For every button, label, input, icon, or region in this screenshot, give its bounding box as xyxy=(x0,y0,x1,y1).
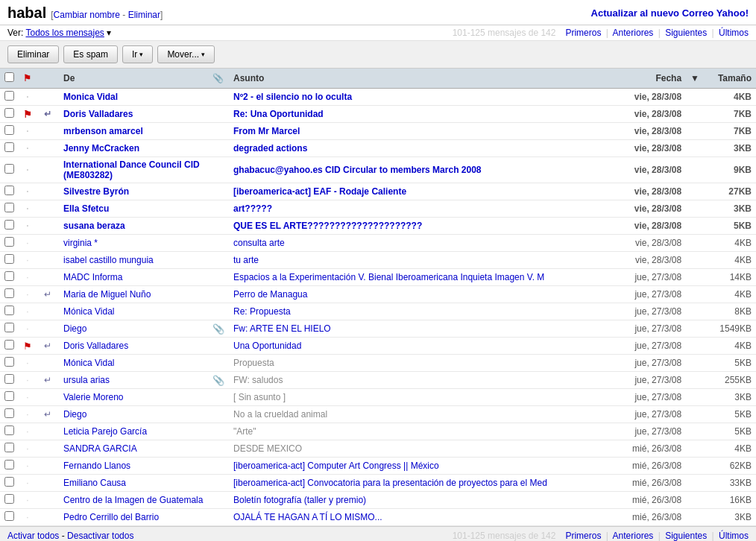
subject-link[interactable]: Fw: ARTE EN EL HIELO xyxy=(233,323,331,334)
row-checkbox[interactable] xyxy=(4,203,14,212)
subject-link[interactable]: Perro de Managua xyxy=(233,289,307,300)
subject-link[interactable]: From Mr Marcel xyxy=(233,126,300,136)
from-link[interactable]: mrbenson amarcel xyxy=(63,126,143,136)
siguientes-link[interactable]: Siguientes xyxy=(665,28,707,38)
from-link[interactable]: SANDRA GARCIA xyxy=(63,443,137,454)
from-link[interactable]: isabel castillo munguia xyxy=(63,255,154,265)
flag-icon[interactable]: ⚑ xyxy=(23,341,32,352)
eliminar-button[interactable]: Eliminar xyxy=(7,45,59,63)
from-link[interactable]: International Dance Council CID (ME80328… xyxy=(63,159,200,180)
from-link[interactable]: virginia * xyxy=(63,238,98,248)
row-checkbox[interactable] xyxy=(4,511,14,521)
from-link[interactable]: Ella Sfetcu xyxy=(63,203,109,214)
row-checkbox[interactable] xyxy=(4,357,14,367)
row-checkbox[interactable] xyxy=(4,254,14,264)
from-link[interactable]: Valerie Moreno xyxy=(63,392,123,402)
subject-link[interactable]: [ Sin asunto ] xyxy=(233,392,286,402)
activar-link[interactable]: Activar todos xyxy=(7,531,59,541)
subject-link[interactable]: consulta arte xyxy=(233,238,285,248)
from-link[interactable]: Diego xyxy=(63,409,86,420)
subject-link[interactable]: Re: Una Oportunidad xyxy=(233,109,324,119)
flag-icon[interactable]: ⚑ xyxy=(23,109,32,120)
row-checkbox[interactable] xyxy=(4,108,14,118)
from-link[interactable]: Doris Valladares xyxy=(63,109,133,119)
row-checkbox[interactable] xyxy=(4,288,14,298)
subject-link[interactable]: [iberoamerica-act] Convocatoria para la … xyxy=(233,478,547,488)
row-checkbox[interactable] xyxy=(4,391,14,401)
row-checkbox[interactable] xyxy=(4,220,14,230)
col-header-date[interactable]: Fecha xyxy=(619,69,686,89)
subject-link[interactable]: "Arte" xyxy=(233,426,256,437)
anteriores-link[interactable]: Anteriores xyxy=(613,28,654,38)
row-checkbox[interactable] xyxy=(4,237,14,247)
row-checkbox[interactable] xyxy=(4,125,14,135)
primeros-link[interactable]: Primeros xyxy=(565,28,601,38)
row-checkbox[interactable] xyxy=(4,374,14,384)
subject-link[interactable]: ghabacuc@yahoo.es CID Circular to member… xyxy=(233,165,481,175)
upgrade-link[interactable]: Actualizar al nuevo Correo Yahoo! xyxy=(591,7,749,19)
ir-button[interactable]: Ir ▾ xyxy=(122,45,153,63)
row-checkbox[interactable] xyxy=(4,477,14,487)
todos-link[interactable]: Todos los mensajes xyxy=(25,28,104,38)
dropdown-arrow-icon[interactable]: ▾ xyxy=(107,28,111,38)
col-header-subject[interactable]: Asunto xyxy=(229,69,619,89)
subject-link[interactable]: Una Oportunidad xyxy=(233,341,301,351)
subject-link[interactable]: [iberoamerica-act] EAF - Rodaje Caliente xyxy=(233,186,406,197)
subject-link[interactable]: OJALÁ TE HAGAN A TÍ LO MISMO... xyxy=(233,512,382,522)
row-checkbox[interactable] xyxy=(4,91,14,101)
subject-link[interactable]: Nº2 - el silencio no lo oculta xyxy=(233,92,352,102)
mover-button[interactable]: Mover... ▾ xyxy=(157,45,215,63)
row-checkbox[interactable] xyxy=(4,460,14,469)
from-link[interactable]: Doris Valladares xyxy=(63,341,128,351)
from-link[interactable]: ursula arias xyxy=(63,375,110,385)
subject-link[interactable]: Re: Propuesta xyxy=(233,306,291,317)
subject-link[interactable]: degraded actions xyxy=(233,143,307,154)
subject-link[interactable]: FW: saludos xyxy=(233,375,283,385)
subject-link[interactable]: tu arte xyxy=(233,255,259,265)
from-link[interactable]: Diego xyxy=(63,323,86,334)
row-checkbox[interactable] xyxy=(4,186,14,195)
row-checkbox[interactable] xyxy=(4,323,14,332)
from-link[interactable]: Mónica Vidal xyxy=(63,306,114,317)
row-checkbox[interactable] xyxy=(4,494,14,504)
row-checkbox[interactable] xyxy=(4,443,14,452)
col-header-size[interactable]: Tamaño xyxy=(704,69,756,89)
delete-link[interactable]: Eliminar xyxy=(128,10,160,20)
from-link[interactable]: Mónica Vidal xyxy=(63,358,114,368)
footer-anteriores-link[interactable]: Anteriores xyxy=(613,531,654,541)
from-link[interactable]: Emiliano Causa xyxy=(63,478,126,488)
from-link[interactable]: Maria de Miguel Nuño xyxy=(63,289,151,300)
subject-link[interactable]: Espacios a la Experimentación V. Bienal … xyxy=(233,272,544,282)
es-spam-button[interactable]: Es spam xyxy=(63,45,118,63)
ultimos-link[interactable]: Últimos xyxy=(719,28,749,38)
from-link[interactable]: Pedro Cerrillo del Barrio xyxy=(63,512,159,522)
row-checkbox[interactable] xyxy=(4,164,14,174)
from-link[interactable]: susana beraza xyxy=(63,221,125,231)
col-header-from[interactable]: De xyxy=(59,69,208,89)
from-link[interactable]: Leticia Parejo García xyxy=(63,426,147,437)
row-checkbox[interactable] xyxy=(4,306,14,315)
from-link[interactable]: MADC Informa xyxy=(63,272,122,282)
subject-link[interactable]: art????? xyxy=(233,203,272,214)
subject-link[interactable]: Boletín fotografía (taller y premio) xyxy=(233,495,366,505)
subject-link[interactable]: QUE ES EL ARTE????????????????????? xyxy=(233,221,422,231)
row-checkbox[interactable] xyxy=(4,142,14,152)
from-link[interactable]: Centro de la Imagen de Guatemala xyxy=(63,495,203,505)
subject-link[interactable]: [iberoamerica-act] Computer Art Congress… xyxy=(233,461,439,471)
subject-link[interactable]: Propuesta xyxy=(233,358,274,368)
row-checkbox[interactable] xyxy=(4,425,14,435)
subject-link[interactable]: DESDE MEXICO xyxy=(233,443,302,454)
from-link[interactable]: Monica Vidal xyxy=(63,92,118,102)
from-link[interactable]: Fernando Llanos xyxy=(63,461,130,471)
rename-link[interactable]: Cambiar nombre xyxy=(54,10,120,20)
row-checkbox[interactable] xyxy=(4,271,14,281)
footer-primeros-link[interactable]: Primeros xyxy=(565,531,601,541)
row-checkbox[interactable] xyxy=(4,340,14,349)
footer-siguientes-link[interactable]: Siguientes xyxy=(665,531,707,541)
footer-ultimos-link[interactable]: Últimos xyxy=(719,531,749,541)
row-checkbox[interactable] xyxy=(4,408,14,418)
subject-link[interactable]: No a la crueldad animal xyxy=(233,409,327,420)
desactivar-link[interactable]: Desactivar todos xyxy=(67,531,133,541)
select-all-checkbox[interactable] xyxy=(4,72,14,82)
from-link[interactable]: Jenny McCracken xyxy=(63,143,139,154)
